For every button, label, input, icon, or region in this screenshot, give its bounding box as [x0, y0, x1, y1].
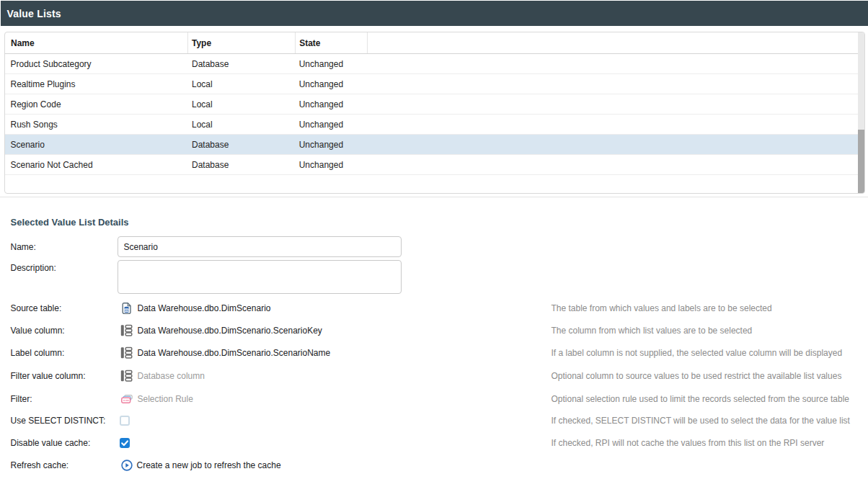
select-distinct-checkbox[interactable] — [120, 416, 130, 426]
form-row-refresh-cache: Refresh cache: Create a new job to refre… — [11, 454, 868, 476]
table-row[interactable]: Product Subcategory Database Unchanged — [5, 54, 864, 74]
details-heading: Selected Value List Details — [11, 218, 868, 228]
cell-name: Realtime Plugins — [5, 74, 187, 94]
column-header-state[interactable]: State — [295, 32, 368, 53]
filter-value-column-help: Optional column to source values to be u… — [552, 371, 842, 381]
cell-state: Unchanged — [295, 135, 368, 154]
cell-state: Unchanged — [295, 74, 368, 94]
filter-label: Filter: — [11, 394, 118, 404]
label-column-picker[interactable]: Data Warehouse.dbo.DimScenario.ScenarioN… — [118, 346, 552, 359]
table-row[interactable]: Rush Songs Local Unchanged — [5, 115, 864, 135]
form-row-filter-value-column: Filter value column: Database column Opt… — [11, 364, 868, 387]
description-label: Description: — [11, 263, 118, 273]
filter-picker[interactable]: Selection Rule — [118, 394, 552, 404]
filter-placeholder: Selection Rule — [138, 394, 193, 404]
name-input[interactable] — [118, 236, 402, 257]
play-circle-icon — [120, 460, 133, 471]
form-row-disable-value-cache: Disable value cache: If checked, RPI wil… — [11, 431, 868, 454]
description-textarea[interactable] — [118, 260, 402, 294]
column-header-type[interactable]: Type — [187, 32, 295, 53]
panel-title: Value Lists — [7, 8, 61, 19]
table-body: Product Subcategory Database Unchanged R… — [5, 54, 864, 175]
select-distinct-help: If checked, SELECT DISTINCT will be used… — [552, 416, 850, 426]
refresh-cache-label: Refresh cache: — [11, 460, 118, 470]
cell-name: Scenario Not Cached — [5, 155, 187, 174]
value-column-value: Data Warehouse.dbo.DimScenario.ScenarioK… — [138, 326, 322, 336]
database-column-icon — [120, 324, 133, 336]
cell-name: Rush Songs — [5, 115, 187, 134]
database-column-icon — [120, 370, 133, 382]
cell-state: Unchanged — [295, 155, 368, 174]
label-column-label: Label column: — [11, 348, 118, 358]
scrollbar-thumb[interactable] — [858, 130, 864, 193]
cell-type: Database — [187, 135, 295, 154]
form-row-name: Name: — [11, 236, 868, 257]
disable-value-cache-label: Disable value cache: — [11, 438, 118, 448]
disable-value-cache-help: If checked, RPI will not cache the value… — [552, 438, 825, 448]
cell-name: Scenario — [5, 135, 187, 154]
source-table-help: The table from which values and labels a… — [552, 303, 772, 313]
cell-type: Local — [187, 115, 295, 134]
filter-help: Optional selection rule used to limit th… — [552, 394, 850, 404]
filter-value-column-placeholder: Database column — [138, 371, 205, 381]
table-header-row: Name Type State — [5, 32, 864, 54]
label-column-help: If a label column is not supplied, the s… — [552, 348, 843, 358]
cell-type: Database — [187, 54, 295, 73]
refresh-cache-link[interactable]: Create a new job to refresh the cache — [118, 460, 552, 471]
source-table-label: Source table: — [11, 303, 118, 313]
cell-type: Database — [187, 155, 295, 174]
table-row[interactable]: Region Code Local Unchanged — [5, 94, 864, 115]
selection-rule-icon — [120, 395, 133, 403]
cell-state: Unchanged — [295, 115, 368, 134]
cell-state: Unchanged — [295, 54, 368, 73]
table-row[interactable]: Realtime Plugins Local Unchanged — [5, 74, 864, 94]
filter-value-column-picker[interactable]: Database column — [118, 370, 552, 382]
select-distinct-label: Use SELECT DISTINCT: — [11, 416, 118, 426]
source-table-picker[interactable]: Data Warehouse.dbo.DimScenario — [118, 303, 552, 314]
form-row-label-column: Label column: Data Warehouse.dbo.DimScen… — [11, 341, 868, 364]
panel-title-bar: Value Lists — [1, 1, 868, 26]
value-lists-table: Name Type State Product Subcategory Data… — [4, 32, 865, 194]
table-row-selected[interactable]: Scenario Database Unchanged — [5, 135, 864, 155]
disable-value-cache-checkbox[interactable] — [120, 438, 130, 448]
section-divider — [0, 197, 868, 197]
cell-type: Local — [187, 94, 295, 114]
filter-value-column-label: Filter value column: — [11, 371, 118, 381]
value-column-label: Value column: — [11, 326, 118, 336]
column-header-filler — [367, 32, 864, 53]
value-column-picker[interactable]: Data Warehouse.dbo.DimScenario.ScenarioK… — [118, 324, 552, 336]
value-column-help: The column from which list values are to… — [552, 326, 753, 336]
cell-type: Local — [187, 74, 295, 94]
table-row[interactable]: Scenario Not Cached Database Unchanged — [5, 155, 864, 175]
selected-value-list-details: Selected Value List Details Name: Descri… — [11, 218, 868, 476]
name-label: Name: — [11, 242, 118, 252]
cell-name: Product Subcategory — [5, 54, 187, 73]
source-table-value: Data Warehouse.dbo.DimScenario — [138, 303, 271, 313]
label-column-value: Data Warehouse.dbo.DimScenario.ScenarioN… — [138, 348, 331, 358]
database-table-icon — [120, 303, 133, 314]
form-row-source-table: Source table: Data Warehouse.dbo.DimScen… — [11, 297, 868, 319]
form-row-description: Description: — [11, 260, 868, 294]
refresh-cache-action-text: Create a new job to refresh the cache — [137, 460, 281, 470]
form-row-value-column: Value column: Data Warehouse.dbo.DimScen… — [11, 319, 868, 341]
cell-state: Unchanged — [295, 94, 368, 114]
cell-name: Region Code — [5, 94, 187, 114]
form-row-select-distinct: Use SELECT DISTINCT: If checked, SELECT … — [11, 410, 868, 431]
database-column-icon — [120, 346, 133, 359]
form-row-filter: Filter: Selection Rule Optional selectio… — [11, 388, 868, 410]
column-header-name[interactable]: Name — [5, 32, 187, 53]
vertical-scrollbar[interactable] — [858, 32, 864, 193]
